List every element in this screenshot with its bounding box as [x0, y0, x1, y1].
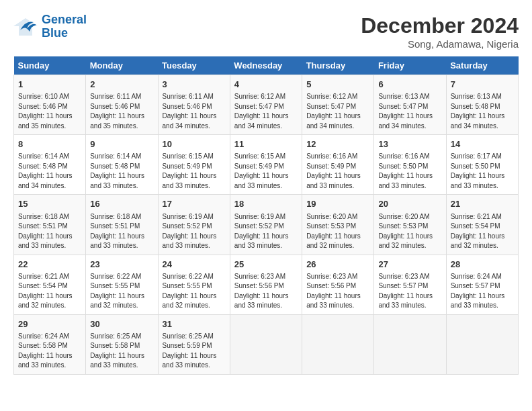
day-number: 4	[234, 79, 298, 91]
day-cell: 18Sunrise: 6:19 AM Sunset: 5:52 PM Dayli…	[230, 195, 302, 255]
day-number: 7	[451, 79, 514, 91]
day-cell: 25Sunrise: 6:23 AM Sunset: 5:56 PM Dayli…	[230, 255, 302, 314]
week-row-4: 22Sunrise: 6:21 AM Sunset: 5:54 PM Dayli…	[14, 255, 519, 314]
day-info: Sunrise: 6:18 AM Sunset: 5:51 PM Dayligh…	[90, 212, 153, 251]
day-info: Sunrise: 6:22 AM Sunset: 5:55 PM Dayligh…	[90, 272, 153, 311]
month-title: December 2024	[361, 13, 519, 38]
day-cell	[230, 314, 302, 374]
day-number: 3	[163, 79, 226, 91]
day-number: 27	[378, 259, 441, 271]
day-cell: 19Sunrise: 6:20 AM Sunset: 5:53 PM Dayli…	[302, 195, 374, 255]
day-info: Sunrise: 6:23 AM Sunset: 5:57 PM Dayligh…	[378, 272, 441, 311]
day-cell: 3Sunrise: 6:11 AM Sunset: 5:46 PM Daylig…	[158, 75, 230, 135]
day-info: Sunrise: 6:25 AM Sunset: 5:59 PM Dayligh…	[163, 332, 226, 371]
day-number: 12	[306, 138, 369, 150]
column-header-sunday: Sunday	[14, 56, 86, 75]
day-number: 25	[234, 259, 298, 271]
day-info: Sunrise: 6:14 AM Sunset: 5:48 PM Dayligh…	[90, 152, 153, 191]
logo-line2: Blue	[42, 26, 68, 40]
day-number: 29	[18, 318, 81, 330]
day-cell: 27Sunrise: 6:23 AM Sunset: 5:57 PM Dayli…	[374, 255, 446, 314]
day-cell	[374, 314, 446, 374]
page-header: General Blue December 2024 Song, Adamawa…	[13, 13, 519, 50]
day-number: 18	[234, 198, 298, 210]
day-cell: 15Sunrise: 6:18 AM Sunset: 5:51 PM Dayli…	[14, 195, 86, 255]
day-number: 10	[163, 138, 226, 150]
day-info: Sunrise: 6:16 AM Sunset: 5:50 PM Dayligh…	[378, 152, 441, 191]
day-info: Sunrise: 6:13 AM Sunset: 5:47 PM Dayligh…	[378, 92, 441, 131]
header-row: SundayMondayTuesdayWednesdayThursdayFrid…	[14, 56, 519, 75]
day-number: 20	[378, 198, 441, 210]
day-cell: 1Sunrise: 6:10 AM Sunset: 5:46 PM Daylig…	[14, 75, 86, 135]
day-number: 16	[90, 198, 153, 210]
day-cell: 10Sunrise: 6:15 AM Sunset: 5:49 PM Dayli…	[158, 135, 230, 195]
day-number: 26	[306, 259, 369, 271]
day-number: 24	[163, 259, 226, 271]
day-info: Sunrise: 6:24 AM Sunset: 5:58 PM Dayligh…	[18, 332, 81, 371]
day-number: 6	[378, 79, 441, 91]
day-cell: 2Sunrise: 6:11 AM Sunset: 5:46 PM Daylig…	[86, 75, 158, 135]
day-cell: 20Sunrise: 6:20 AM Sunset: 5:53 PM Dayli…	[374, 195, 446, 255]
day-cell: 13Sunrise: 6:16 AM Sunset: 5:50 PM Dayli…	[374, 135, 446, 195]
week-row-2: 8Sunrise: 6:14 AM Sunset: 5:48 PM Daylig…	[14, 135, 519, 195]
day-number: 8	[18, 138, 81, 150]
day-cell: 14Sunrise: 6:17 AM Sunset: 5:50 PM Dayli…	[446, 135, 518, 195]
day-info: Sunrise: 6:21 AM Sunset: 5:54 PM Dayligh…	[18, 272, 81, 311]
day-cell: 31Sunrise: 6:25 AM Sunset: 5:59 PM Dayli…	[158, 314, 230, 374]
day-number: 19	[306, 198, 369, 210]
day-cell	[302, 314, 374, 374]
day-cell: 9Sunrise: 6:14 AM Sunset: 5:48 PM Daylig…	[86, 135, 158, 195]
day-cell	[446, 314, 518, 374]
day-number: 1	[18, 79, 81, 91]
day-info: Sunrise: 6:13 AM Sunset: 5:48 PM Dayligh…	[451, 92, 514, 131]
day-info: Sunrise: 6:17 AM Sunset: 5:50 PM Dayligh…	[451, 152, 514, 191]
day-cell: 4Sunrise: 6:12 AM Sunset: 5:47 PM Daylig…	[230, 75, 302, 135]
day-number: 13	[378, 138, 441, 150]
column-header-tuesday: Tuesday	[158, 56, 230, 75]
day-info: Sunrise: 6:22 AM Sunset: 5:55 PM Dayligh…	[163, 272, 226, 311]
day-cell: 16Sunrise: 6:18 AM Sunset: 5:51 PM Dayli…	[86, 195, 158, 255]
day-info: Sunrise: 6:20 AM Sunset: 5:53 PM Dayligh…	[378, 212, 441, 251]
location: Song, Adamawa, Nigeria	[361, 38, 519, 50]
column-header-saturday: Saturday	[446, 56, 518, 75]
day-cell: 21Sunrise: 6:21 AM Sunset: 5:54 PM Dayli…	[446, 195, 518, 255]
day-info: Sunrise: 6:23 AM Sunset: 5:56 PM Dayligh…	[306, 272, 369, 311]
day-number: 11	[234, 138, 298, 150]
day-info: Sunrise: 6:19 AM Sunset: 5:52 PM Dayligh…	[163, 212, 226, 251]
day-info: Sunrise: 6:10 AM Sunset: 5:46 PM Dayligh…	[18, 92, 81, 131]
logo-icon	[13, 17, 38, 37]
day-cell: 24Sunrise: 6:22 AM Sunset: 5:55 PM Dayli…	[158, 255, 230, 314]
column-header-thursday: Thursday	[302, 56, 374, 75]
day-number: 14	[451, 138, 514, 150]
day-info: Sunrise: 6:11 AM Sunset: 5:46 PM Dayligh…	[163, 92, 226, 131]
day-cell: 23Sunrise: 6:22 AM Sunset: 5:55 PM Dayli…	[86, 255, 158, 314]
day-number: 23	[90, 259, 153, 271]
day-cell: 22Sunrise: 6:21 AM Sunset: 5:54 PM Dayli…	[14, 255, 86, 314]
calendar-table: SundayMondayTuesdayWednesdayThursdayFrid…	[13, 56, 519, 375]
day-number: 21	[451, 198, 514, 210]
day-info: Sunrise: 6:19 AM Sunset: 5:52 PM Dayligh…	[234, 212, 298, 251]
day-cell: 17Sunrise: 6:19 AM Sunset: 5:52 PM Dayli…	[158, 195, 230, 255]
title-area: December 2024 Song, Adamawa, Nigeria	[361, 13, 519, 50]
day-number: 5	[306, 79, 369, 91]
day-cell: 6Sunrise: 6:13 AM Sunset: 5:47 PM Daylig…	[374, 75, 446, 135]
day-info: Sunrise: 6:12 AM Sunset: 5:47 PM Dayligh…	[306, 92, 369, 131]
day-number: 28	[451, 259, 514, 271]
day-info: Sunrise: 6:15 AM Sunset: 5:49 PM Dayligh…	[234, 152, 298, 191]
day-cell: 11Sunrise: 6:15 AM Sunset: 5:49 PM Dayli…	[230, 135, 302, 195]
day-number: 2	[90, 79, 153, 91]
day-cell: 5Sunrise: 6:12 AM Sunset: 5:47 PM Daylig…	[302, 75, 374, 135]
day-info: Sunrise: 6:23 AM Sunset: 5:56 PM Dayligh…	[234, 272, 298, 311]
column-header-wednesday: Wednesday	[230, 56, 302, 75]
day-info: Sunrise: 6:11 AM Sunset: 5:46 PM Dayligh…	[90, 92, 153, 131]
day-info: Sunrise: 6:21 AM Sunset: 5:54 PM Dayligh…	[451, 212, 514, 251]
logo: General Blue	[13, 13, 87, 40]
column-header-monday: Monday	[86, 56, 158, 75]
column-header-friday: Friday	[374, 56, 446, 75]
day-cell: 28Sunrise: 6:24 AM Sunset: 5:57 PM Dayli…	[446, 255, 518, 314]
week-row-1: 1Sunrise: 6:10 AM Sunset: 5:46 PM Daylig…	[14, 75, 519, 135]
day-cell: 8Sunrise: 6:14 AM Sunset: 5:48 PM Daylig…	[14, 135, 86, 195]
day-info: Sunrise: 6:18 AM Sunset: 5:51 PM Dayligh…	[18, 212, 81, 251]
day-cell: 29Sunrise: 6:24 AM Sunset: 5:58 PM Dayli…	[14, 314, 86, 374]
day-number: 31	[163, 318, 226, 330]
